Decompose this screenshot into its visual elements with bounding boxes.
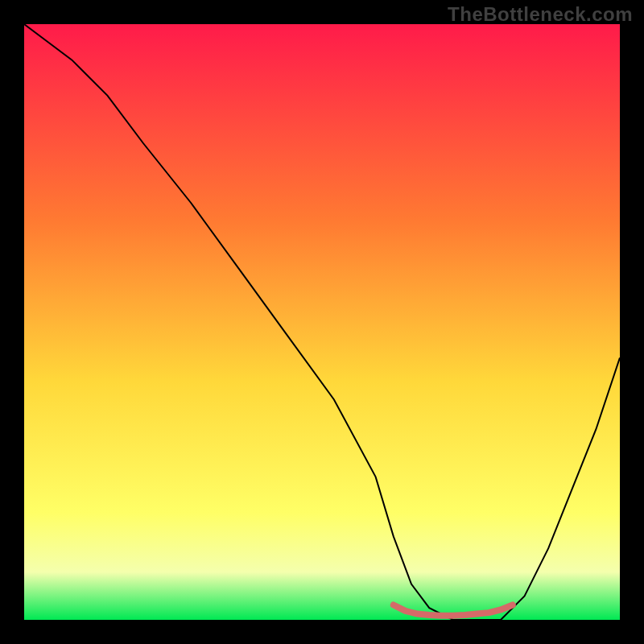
- chart-background: [24, 24, 620, 620]
- plot-area: [24, 24, 620, 620]
- watermark-text: TheBottleneck.com: [448, 3, 633, 26]
- chart-frame: TheBottleneck.com: [0, 0, 644, 644]
- chart-svg: [24, 24, 620, 620]
